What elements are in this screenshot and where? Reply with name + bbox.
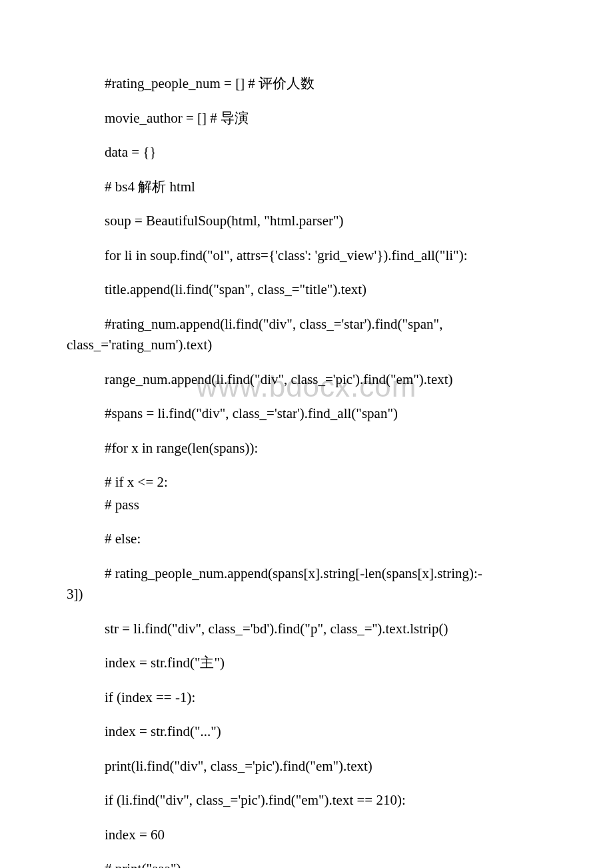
code-line: print(li.find("div", class_='pic').find(… — [67, 756, 546, 777]
code-line: index = str.find("...") — [67, 721, 546, 743]
code-line: #spans = li.find("div", class_='star').f… — [67, 403, 546, 425]
code-line: str = li.find("div", class_='bd').find("… — [67, 619, 546, 640]
code-line: # rating_people_num.append(spans[x].stri… — [67, 563, 546, 605]
code-line: if (index == -1): — [67, 687, 546, 709]
code-line: movie_author = [] # 导演 — [67, 108, 546, 129]
code-line: #rating_num.append(li.find("div", class_… — [67, 314, 546, 356]
code-line: #for x in range(len(spans)): — [67, 438, 546, 459]
code-line: if (li.find("div", class_='pic').find("e… — [67, 790, 546, 811]
code-line: # if x <= 2: — [67, 472, 546, 493]
code-line: # print("aaa") — [67, 859, 546, 868]
code-line: data = {} — [67, 142, 546, 163]
code-line: #rating_people_num = [] # 评价人数 — [67, 73, 546, 95]
code-line: index = str.find("主") — [67, 653, 546, 674]
code-line: # else: — [67, 529, 546, 550]
document-content: #rating_people_num = [] # 评价人数movie_auth… — [67, 73, 546, 868]
code-line: soup = BeautifulSoup(html, "html.parser"… — [67, 211, 546, 232]
code-line: title.append(li.find("span", class_="tit… — [67, 279, 546, 301]
code-line: index = 60 — [67, 825, 546, 846]
code-line: range_num.append(li.find("div", class_='… — [67, 369, 546, 391]
code-line: # bs4 解析 html — [67, 177, 546, 198]
code-line: for li in soup.find("ol", attrs={'class'… — [67, 245, 546, 267]
code-line: # pass — [67, 495, 546, 516]
